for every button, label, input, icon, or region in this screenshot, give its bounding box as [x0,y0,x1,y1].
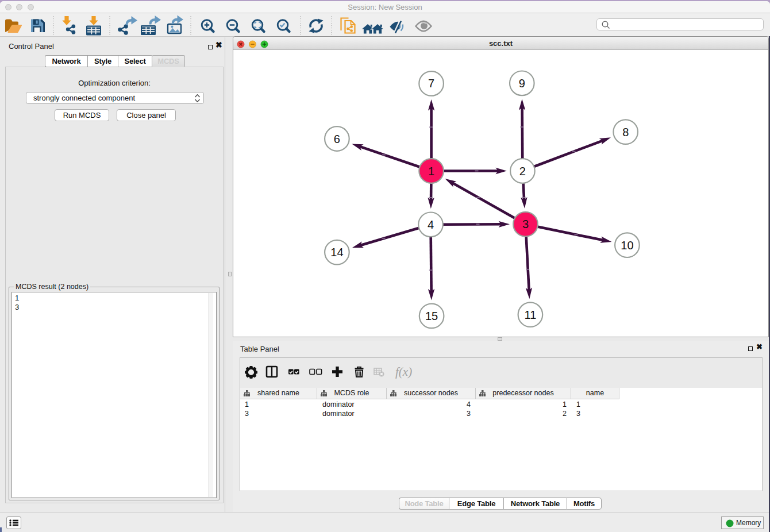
svg-text:7: 7 [428,77,434,90]
svg-text:10: 10 [621,239,633,252]
svg-text:2: 2 [519,165,526,178]
svg-text:f(x): f(x) [395,365,412,379]
svg-text:14: 14 [330,246,343,259]
svg-text:15: 15 [425,310,438,322]
svg-text:9: 9 [519,77,525,90]
svg-text:11: 11 [525,309,537,321]
svg-text:3: 3 [522,218,529,230]
svg-text:4: 4 [428,218,434,231]
svg-text:8: 8 [622,126,629,138]
svg-text:6: 6 [334,133,340,145]
svg-text:1: 1 [428,165,434,178]
